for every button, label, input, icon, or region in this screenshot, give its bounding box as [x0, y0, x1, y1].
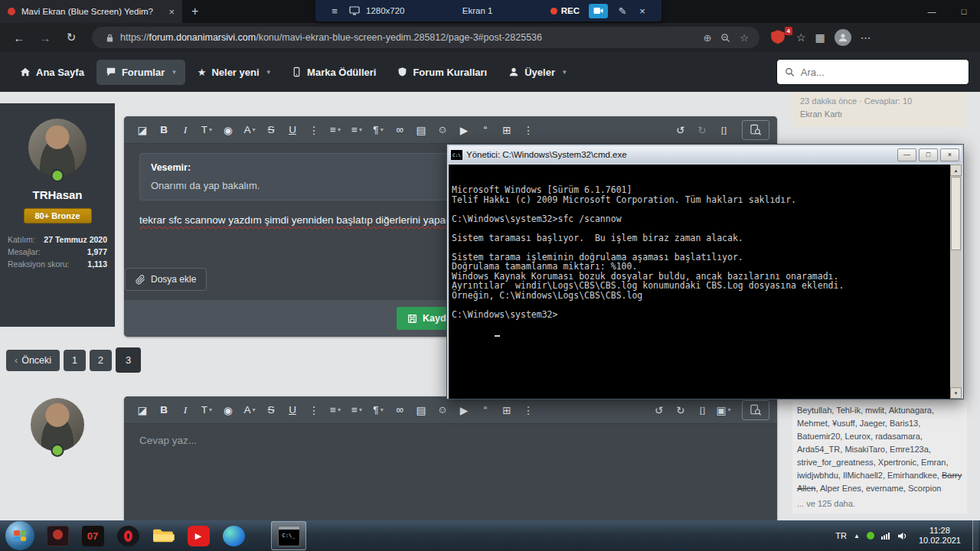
member-link[interactable]: Aktunagara	[889, 406, 932, 415]
show-desktop-button[interactable]	[972, 520, 978, 551]
underline-icon[interactable]: U	[285, 400, 300, 420]
paragraph-icon[interactable]: ¶▾	[371, 400, 386, 420]
cmd-console[interactable]: Microsoft Windows [Sürüm 6.1.7601]Telif …	[449, 165, 950, 399]
member-link[interactable]: Scorpion	[908, 484, 941, 493]
member-link[interactable]: Emre123a	[890, 445, 929, 454]
cmd-scrollbar[interactable]: ▲ ▼	[950, 165, 962, 399]
collections-icon[interactable]: ▦	[815, 31, 825, 44]
bookmark-star-icon[interactable]: ☆	[740, 32, 749, 44]
cmd-window[interactable]: C:\ Yönetici: C:\Windows\System32\cmd.ex…	[446, 144, 964, 399]
font-size-icon[interactable]: T▾	[199, 120, 214, 140]
member-link[interactable]: Mehmet	[797, 419, 828, 428]
taskbar-app-youtube[interactable]: ▶	[181, 520, 216, 551]
font-family-icon[interactable]: A▾	[242, 120, 257, 140]
search-input[interactable]	[801, 67, 961, 78]
scroll-up-icon[interactable]: ▲	[950, 165, 962, 176]
strikethrough-icon[interactable]: S	[263, 400, 279, 420]
cmd-maximize-icon[interactable]: □	[919, 148, 938, 161]
ublock-extension-icon[interactable]: 4	[770, 29, 787, 46]
strikethrough-icon[interactable]: S	[263, 120, 279, 140]
font-family-icon[interactable]: A▾	[242, 400, 257, 420]
member-link[interactable]: evername	[866, 484, 903, 493]
redo-icon[interactable]: ↻	[673, 400, 688, 420]
redo-icon[interactable]: ↻	[694, 120, 710, 140]
avatar[interactable]	[28, 119, 87, 177]
recorder-menu-icon[interactable]: ≡	[328, 5, 341, 17]
preview-button[interactable]	[742, 120, 769, 140]
nav-item-whats-new[interactable]: ★ Neler yeni ▾	[188, 60, 279, 85]
member-link[interactable]: MisakiTaro	[844, 445, 885, 454]
browser-menu-icon[interactable]: ⋯	[861, 31, 871, 44]
cmd-minimize-icon[interactable]: —	[897, 148, 916, 161]
favorites-star-icon[interactable]: ☆	[796, 31, 806, 44]
cmd-close-icon[interactable]: ×	[940, 148, 959, 161]
member-link[interactable]: Emirhandkee	[887, 471, 937, 480]
recorder-edit-icon[interactable]: ✎	[616, 5, 629, 17]
member-link[interactable]: Baris13	[890, 419, 918, 428]
remove-format-icon[interactable]: ◪	[135, 120, 150, 140]
avatar[interactable]	[31, 398, 84, 452]
profile-avatar[interactable]	[835, 29, 851, 46]
paragraph-icon[interactable]: ¶▾	[371, 120, 386, 140]
italic-icon[interactable]: I	[178, 120, 193, 140]
recorder-display-icon[interactable]	[348, 6, 361, 15]
more-insert-icon[interactable]: ⋮	[521, 400, 536, 420]
member-link[interactable]: Xpertronic	[878, 458, 916, 467]
bullet-list-icon[interactable]: ≡▾	[328, 120, 343, 140]
member-link[interactable]: radasamara	[875, 432, 920, 441]
member-link[interactable]: Beytullah	[797, 406, 831, 415]
refresh-icon[interactable]: ↻	[60, 27, 83, 48]
link-icon[interactable]: ∞	[392, 120, 407, 140]
member-link[interactable]: Leurox	[844, 432, 871, 441]
scroll-down-icon[interactable]: ▼	[950, 387, 962, 399]
tray-language[interactable]: TR	[835, 531, 847, 540]
previous-page-button[interactable]: ‹Önceki	[6, 350, 60, 371]
undo-icon[interactable]: ↺	[673, 120, 688, 140]
page-button-3-current[interactable]: 3	[116, 347, 141, 373]
undo-icon[interactable]: ↺	[652, 400, 667, 420]
image-icon[interactable]: ▤	[413, 120, 429, 140]
taskbar-app-07[interactable]: 07	[75, 520, 110, 551]
text-color-icon[interactable]: ◉	[220, 120, 236, 140]
speaker-icon[interactable]	[897, 532, 907, 540]
post-author-name[interactable]: TRHasan	[32, 188, 82, 201]
page-button-2[interactable]: 2	[90, 350, 112, 371]
bold-icon[interactable]: B	[156, 400, 172, 420]
back-icon[interactable]: ←	[8, 27, 31, 48]
quote-author[interactable]: Vesemir:	[151, 162, 457, 173]
member-link[interactable]: ¥usuff	[832, 419, 855, 428]
forward-icon[interactable]: →	[34, 27, 57, 48]
media-icon[interactable]: ▶	[456, 120, 472, 140]
code-icon[interactable]: [ ]	[694, 400, 710, 420]
recorder-camera-button[interactable]	[589, 4, 608, 18]
more-format-icon[interactable]: ⋮	[306, 400, 322, 420]
translate-icon[interactable]: ⊕	[703, 32, 711, 44]
member-link[interactable]: Emran	[921, 458, 946, 467]
nav-item-forum-rules[interactable]: Forum Kuralları	[388, 60, 496, 85]
browser-tab[interactable]: Mavi Ekran (Blue Screen) Yedim? ×	[0, 0, 182, 23]
preview-button[interactable]	[742, 400, 769, 420]
code-icon[interactable]: [ ]	[716, 120, 731, 140]
member-link[interactable]: Alper Enes	[820, 484, 861, 493]
taskbar-app-cmd[interactable]: C:\_	[271, 521, 306, 550]
tray-status-icon[interactable]	[867, 532, 874, 540]
lock-icon[interactable]	[106, 33, 114, 43]
italic-icon[interactable]: I	[178, 400, 193, 420]
more-insert-icon[interactable]: ⋮	[521, 120, 536, 140]
attach-file-button[interactable]: Dosya ekle	[125, 268, 207, 291]
member-link[interactable]: Jaeger	[860, 419, 885, 428]
nav-item-brand-awards[interactable]: Marka Ödülleri	[283, 60, 385, 85]
align-icon[interactable]: ≡▾	[349, 400, 364, 420]
reply-message-body[interactable]: Cevap yaz...	[124, 424, 777, 514]
member-link[interactable]: Arda54_TR	[797, 445, 840, 454]
tray-clock[interactable]: 11:28 10.02.2021	[914, 526, 965, 546]
taskbar-app-game[interactable]	[40, 520, 75, 551]
taskbar-app-edge[interactable]	[216, 520, 251, 551]
bold-icon[interactable]: B	[156, 120, 172, 140]
page-button-1[interactable]: 1	[64, 350, 86, 371]
link-icon[interactable]: ∞	[392, 400, 407, 420]
window-minimize-icon[interactable]: —	[916, 0, 948, 23]
table-icon[interactable]: ⊞	[499, 400, 514, 420]
member-link[interactable]: iwidjwbhdu	[797, 471, 838, 480]
nav-item-forums[interactable]: Forumlar ▾	[96, 60, 185, 85]
